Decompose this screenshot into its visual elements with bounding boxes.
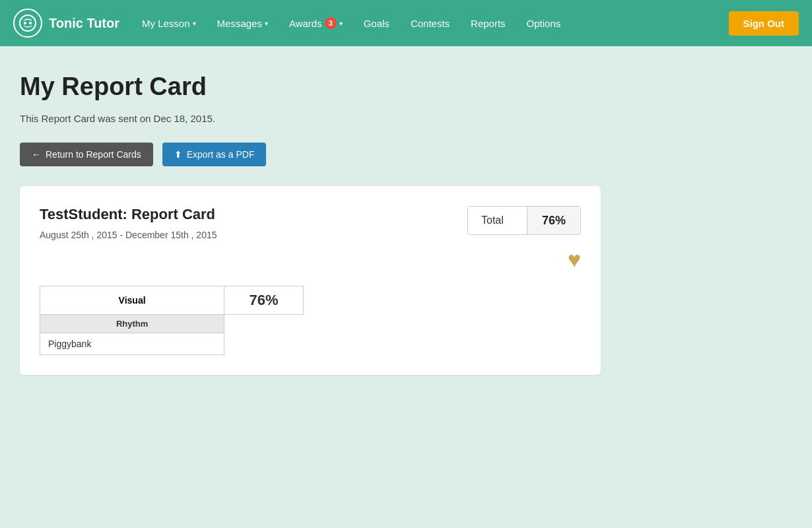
export-icon: ⬆ [174, 149, 182, 160]
total-value: 76% [527, 207, 580, 234]
logo-icon [13, 9, 42, 38]
my-lesson-caret: ▾ [193, 20, 196, 27]
logo-wrap: Tonic Tutor [13, 9, 119, 38]
header: Tonic Tutor My Lesson ▾ Messages ▾ Award… [0, 0, 812, 46]
report-info: TestStudent: Report Card August 25th , 2… [40, 206, 217, 240]
visual-header: Visual [40, 286, 224, 315]
table-header-row: Visual 76% [40, 286, 304, 315]
report-card-title: TestStudent: Report Card [40, 206, 217, 223]
awards-badge: 3 [325, 17, 337, 29]
report-card-subtitle: This Report Card was sent on Dec 18, 201… [20, 113, 792, 124]
app-title: Tonic Tutor [49, 16, 119, 31]
messages-caret: ▾ [265, 20, 268, 27]
main-nav: My Lesson ▾ Messages ▾ Awards 3 ▾ Goals … [133, 12, 722, 34]
section-header-row: Rhythm [40, 315, 304, 333]
nav-options[interactable]: Options [518, 13, 570, 34]
svg-point-2 [29, 22, 32, 24]
nav-goals[interactable]: Goals [355, 13, 399, 34]
nav-my-lesson[interactable]: My Lesson ▾ [133, 13, 205, 34]
export-button[interactable]: ⬆ Export as a PDF [162, 143, 267, 166]
heart-icon: ♥ [568, 247, 581, 273]
awards-caret: ▾ [339, 20, 343, 27]
section-header: Rhythm [40, 315, 224, 333]
score-cell: 76% [224, 286, 304, 315]
nav-reports[interactable]: Reports [461, 13, 515, 34]
main-content: My Report Card This Report Card was sent… [0, 46, 812, 401]
page-title: My Report Card [20, 73, 792, 101]
report-card-header: TestStudent: Report Card August 25th , 2… [40, 206, 581, 240]
return-button[interactable]: ← Return to Report Cards [20, 143, 153, 166]
exercise-name: Piggybank [40, 333, 224, 355]
report-dates: August 25th , 2015 - December 15th , 201… [40, 230, 217, 240]
nav-awards[interactable]: Awards 3 ▾ [280, 12, 352, 34]
total-score-box: Total 76% [467, 206, 581, 235]
logo-svg [18, 14, 37, 32]
total-label: Total [468, 207, 527, 234]
arrow-left-icon: ← [32, 149, 41, 160]
sign-out-button[interactable]: Sign Out [729, 11, 799, 36]
heart-icon-area: ♥ [40, 240, 581, 286]
table-row: Piggybank [40, 333, 304, 355]
svg-point-1 [24, 22, 26, 24]
report-panel: TestStudent: Report Card August 25th , 2… [20, 186, 601, 375]
nav-contests[interactable]: Contests [401, 13, 459, 34]
report-table: Visual 76% Rhythm Piggybank [40, 286, 304, 355]
nav-messages[interactable]: Messages ▾ [208, 13, 277, 34]
action-buttons: ← Return to Report Cards ⬆ Export as a P… [20, 143, 792, 166]
svg-point-0 [20, 15, 36, 31]
